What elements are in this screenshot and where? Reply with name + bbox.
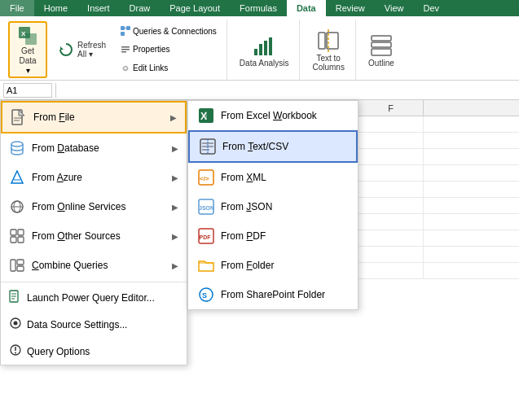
menu-item-from-file[interactable]: From File ▶ — [1, 101, 187, 133]
menu-separator — [1, 282, 187, 282]
online-services-icon — [9, 199, 25, 215]
menu-item-from-other[interactable]: From Other Sources ▶ — [1, 221, 187, 251]
text-csv-icon — [200, 138, 216, 155]
azure-icon — [9, 169, 25, 186]
ribbon-tabs: File Home Insert Draw Page Layout Formul… — [0, 0, 519, 16]
svg-rect-8 — [121, 46, 130, 48]
svg-rect-15 — [319, 33, 325, 49]
menu-item-from-online[interactable]: From Online Services ▶ — [1, 192, 187, 221]
menu-item-query-options[interactable]: Query Options — [1, 338, 187, 365]
formula-bar — [0, 81, 519, 100]
launch-icon — [9, 290, 22, 305]
properties-button[interactable]: Properties — [117, 42, 220, 57]
svg-rect-4 — [121, 26, 125, 30]
from-file-label: From File — [33, 112, 75, 123]
tab-formulas[interactable]: Formulas — [230, 0, 287, 16]
menu-item-from-database[interactable]: From Database ▶ — [1, 133, 187, 163]
svg-rect-20 — [372, 49, 391, 55]
from-folder-label: From Folder — [221, 260, 274, 271]
svg-rect-14 — [269, 37, 272, 55]
formula-input[interactable] — [59, 83, 516, 98]
name-box[interactable] — [3, 83, 52, 98]
menu-item-from-excel-workbook[interactable]: X From Excel Workbook — [188, 101, 358, 130]
menu-item-from-text-csv[interactable]: From Text/CSV — [188, 130, 358, 163]
tab-view[interactable]: View — [375, 0, 414, 16]
tab-review[interactable]: Review — [326, 0, 375, 16]
from-text-csv-label: From Text/CSV — [222, 141, 288, 152]
tab-home[interactable]: Home — [34, 0, 77, 16]
edit-links-button[interactable]: Edit Links — [117, 61, 220, 76]
database-icon — [9, 140, 25, 156]
tab-data[interactable]: Data — [287, 0, 326, 16]
folder-icon — [198, 257, 214, 273]
from-excel-workbook-label: From Excel Workbook — [221, 110, 317, 121]
svg-rect-9 — [121, 49, 130, 50]
tab-dev[interactable]: Dev — [413, 0, 449, 16]
query-options-label: Query Options — [27, 346, 90, 357]
menu-item-data-source-settings[interactable]: Data Source Settings... — [1, 311, 187, 338]
data-analysis-label: Data Analysis — [240, 59, 289, 68]
combine-queries-label: Combine Queries — [32, 260, 108, 271]
text-to-columns-button[interactable]: Text toColumns — [308, 25, 348, 74]
svg-rect-33 — [11, 237, 16, 243]
menu-item-from-folder[interactable]: From Folder — [188, 251, 358, 280]
sharepoint-icon: S — [198, 287, 214, 303]
svg-text:PDF: PDF — [200, 234, 212, 240]
svg-marker-26 — [11, 171, 23, 183]
combine-queries-icon — [9, 257, 25, 273]
menu-item-from-xml[interactable]: </> From XML — [188, 163, 358, 192]
pdf-icon: PDF — [198, 228, 214, 244]
menu-item-from-json[interactable]: JSON From JSON — [188, 192, 358, 221]
from-sharepoint-folder-label: From SharePoint Folder — [221, 289, 325, 300]
submenu-arrow: ▶ — [170, 113, 177, 122]
tab-file[interactable]: File — [0, 0, 34, 16]
queries-connections-button[interactable]: Queries & Connections — [117, 24, 220, 38]
menu-item-launch-power-query[interactable]: Launch Power Query Editor... — [1, 284, 187, 311]
get-data-button[interactable]: X GetData ▾ — [8, 21, 47, 78]
json-icon: JSON — [198, 199, 214, 215]
other-sources-icon — [9, 228, 25, 244]
xml-icon: </> — [198, 169, 214, 186]
from-pdf-label: From PDF — [221, 230, 266, 242]
tab-draw[interactable]: Draw — [120, 0, 161, 16]
svg-point-25 — [11, 142, 23, 147]
refresh-all-button[interactable]: RefreshAll ▾ — [52, 37, 110, 62]
text-to-columns-label: Text toColumns — [312, 54, 344, 72]
svg-text:JSON: JSON — [199, 205, 214, 211]
data-analysis-button[interactable]: Data Analysis — [235, 30, 293, 70]
svg-point-46 — [15, 352, 16, 354]
submenu-arrow: ▶ — [172, 173, 178, 182]
svg-point-43 — [14, 322, 18, 326]
svg-rect-18 — [372, 36, 391, 41]
menu-item-from-sharepoint-folder[interactable]: S From SharePoint Folder — [188, 280, 358, 309]
svg-rect-31 — [11, 230, 16, 235]
svg-marker-3 — [60, 46, 64, 50]
outline-label: Outline — [368, 59, 394, 68]
svg-rect-35 — [11, 260, 15, 271]
tab-page-layout[interactable]: Page Layout — [160, 0, 230, 16]
svg-rect-13 — [264, 41, 267, 55]
svg-text:S: S — [202, 291, 207, 300]
svg-rect-1 — [25, 33, 37, 45]
secondary-menu: X From Excel Workbook Fr — [187, 100, 358, 310]
data-source-icon — [9, 317, 22, 332]
from-xml-label: From XML — [221, 172, 266, 183]
svg-rect-34 — [18, 237, 24, 243]
tab-insert[interactable]: Insert — [77, 0, 120, 16]
svg-text:</>: </> — [200, 175, 209, 182]
from-other-label: From Other Sources — [32, 230, 121, 242]
excel-workbook-icon: X — [198, 107, 214, 124]
submenu-arrow: ▶ — [172, 144, 178, 153]
outline-button[interactable]: Outline — [364, 30, 398, 70]
submenu-arrow: ▶ — [172, 232, 178, 241]
svg-rect-19 — [372, 42, 391, 47]
menu-item-from-azure[interactable]: From Azure ▶ — [1, 163, 187, 192]
query-options-icon — [9, 343, 22, 359]
svg-rect-36 — [17, 260, 24, 265]
col-header-f: F — [358, 100, 424, 116]
submenu-arrow: ▶ — [172, 203, 178, 212]
menu-item-from-pdf[interactable]: PDF From PDF — [188, 221, 358, 251]
from-database-label: From Database — [32, 142, 99, 154]
svg-rect-32 — [18, 230, 24, 235]
menu-item-combine-queries[interactable]: Combine Queries ▶ — [1, 251, 187, 280]
